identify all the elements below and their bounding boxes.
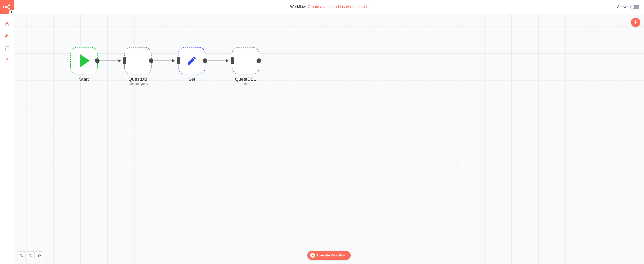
input-port[interactable] (177, 57, 180, 64)
active-toggle[interactable] (630, 5, 639, 9)
workflow-title-prefix: Workflow: (290, 5, 308, 9)
svg-rect-6 (8, 24, 9, 26)
sidebar-item-workflows[interactable] (3, 20, 11, 27)
zoom-controls (17, 252, 43, 260)
workflow-node-questdb1[interactable]: QuestDB1Insert (232, 47, 259, 86)
zoom-out-button[interactable] (26, 252, 34, 260)
node-box[interactable] (232, 47, 259, 74)
node-subtitle: Execute Query (124, 82, 152, 86)
input-port[interactable] (231, 57, 234, 64)
play-icon (310, 253, 315, 258)
zoom-in-icon (20, 254, 23, 258)
questdb-icon (130, 53, 146, 68)
connector-questdb-set[interactable] (154, 60, 174, 61)
app-logo (0, 0, 14, 14)
svg-rect-4 (6, 22, 8, 23)
reset-view-button[interactable] (35, 252, 43, 260)
node-subtitle: Insert (232, 82, 259, 86)
node-box[interactable] (70, 47, 98, 74)
workflow-node-start[interactable]: Start (70, 47, 98, 82)
node-title: QuestDB1 (232, 76, 259, 82)
sidebar (0, 0, 14, 264)
n8n-logo-icon (2, 4, 12, 10)
output-port[interactable] (256, 58, 261, 63)
play-triangle-icon (80, 54, 90, 67)
node-title: Start (70, 76, 98, 82)
pencil-icon (186, 55, 197, 66)
sidebar-item-executions[interactable] (3, 44, 11, 52)
connector-set-questdb1[interactable] (208, 60, 228, 61)
node-title: Set (178, 76, 206, 82)
header: Workflow: Create a table and insert data… (14, 0, 644, 14)
chevron-right-icon (11, 11, 13, 13)
execute-workflow-label: Execute Workflow (317, 253, 346, 258)
active-label: Active: (617, 5, 628, 9)
node-box[interactable] (178, 47, 206, 74)
workflow-canvas[interactable]: Execute Workflow StartQuestDBExecute Que… (14, 14, 644, 264)
output-port[interactable] (203, 58, 207, 63)
zoom-in-button[interactable] (17, 252, 26, 260)
node-box[interactable] (124, 47, 152, 74)
output-port[interactable] (149, 58, 154, 63)
output-port[interactable] (95, 58, 100, 63)
add-node-button[interactable] (631, 18, 640, 27)
workflow-name: Create a table and insert data into it (308, 5, 368, 9)
workflow-node-questdb[interactable]: QuestDBExecute Query (124, 47, 152, 86)
key-icon (5, 34, 9, 38)
checklist-icon (5, 46, 9, 50)
node-title: QuestDB (124, 76, 152, 82)
workflow-icon (5, 21, 9, 26)
questdb-icon (238, 53, 254, 68)
active-toggle-group: Active: (617, 0, 639, 14)
arrow-icon (172, 59, 175, 62)
connector-start-questdb[interactable] (100, 60, 120, 61)
plus-icon (634, 20, 638, 24)
arrow-icon (118, 59, 121, 62)
help-icon (5, 58, 9, 62)
sidebar-item-help[interactable] (3, 56, 11, 64)
workflow-title[interactable]: Workflow: Create a table and insert data… (290, 5, 368, 9)
sidebar-item-credentials[interactable] (3, 32, 11, 39)
expand-sidebar-button[interactable] (9, 10, 14, 14)
svg-rect-5 (5, 24, 6, 26)
arrow-icon (226, 59, 229, 62)
execute-workflow-button[interactable]: Execute Workflow (307, 251, 350, 260)
input-port[interactable] (123, 57, 126, 64)
undo-icon (37, 254, 41, 258)
zoom-out-icon (28, 254, 32, 258)
workflow-node-set[interactable]: Set (178, 47, 206, 82)
